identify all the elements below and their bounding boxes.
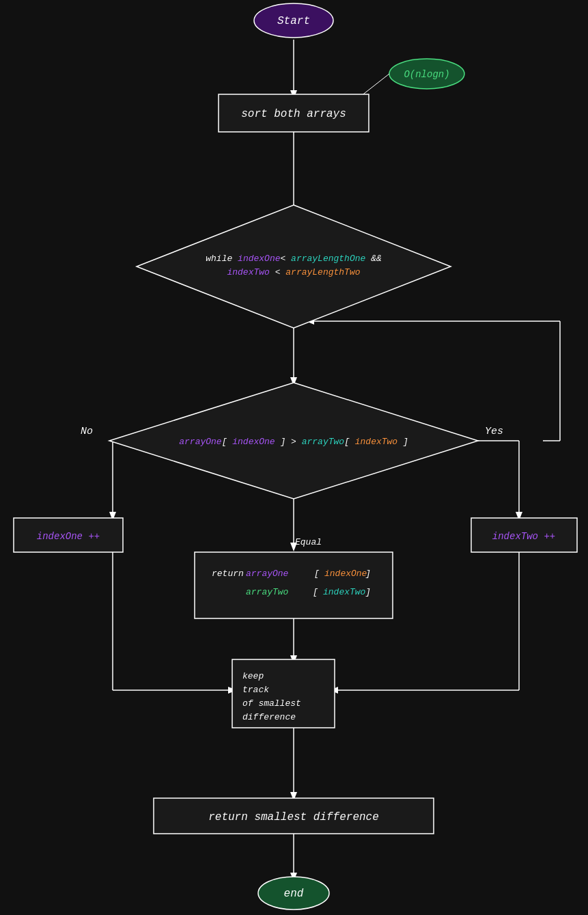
svg-text:[: [ <box>313 587 318 597</box>
no-label: No <box>81 426 93 437</box>
svg-text:indexTwo: indexTwo <box>323 587 366 597</box>
equal-label: Equal <box>295 537 322 547</box>
svg-text:of smallest: of smallest <box>242 698 301 709</box>
svg-text:]: ] <box>365 587 371 597</box>
svg-text:while indexOne< arrayLengthOne: while indexOne< arrayLengthOne && <box>206 254 382 264</box>
sort-label: sort both arrays <box>241 108 346 120</box>
index-one-label: indexOne ++ <box>37 531 100 542</box>
return-smallest-label: return smallest difference <box>208 811 379 823</box>
svg-text:indexTwo < arrayLengthTwo: indexTwo < arrayLengthTwo <box>227 267 360 277</box>
svg-text:arrayOne: arrayOne <box>246 569 289 579</box>
start-label: Start <box>277 15 310 27</box>
svg-text:track: track <box>242 685 269 695</box>
index-two-label: indexTwo ++ <box>492 531 555 542</box>
svg-text:difference: difference <box>242 712 296 722</box>
svg-text:indexOne: indexOne <box>324 569 367 579</box>
flowchart: Start O(nlogn) sort both arrays while in… <box>0 0 588 915</box>
svg-rect-43 <box>195 552 393 618</box>
svg-text:return: return <box>212 569 244 579</box>
end-label: end <box>284 888 304 900</box>
svg-text:arrayOne[ indexOne ] > arrayTw: arrayOne[ indexOne ] > arrayTwo[ indexTw… <box>179 437 408 447</box>
svg-text:arrayTwo: arrayTwo <box>246 587 289 597</box>
yes-label: Yes <box>485 426 503 437</box>
complexity-label: O(nlogn) <box>404 69 449 80</box>
svg-text:keep: keep <box>242 671 264 681</box>
svg-text:]: ] <box>365 569 371 579</box>
svg-text:[: [ <box>314 569 320 579</box>
